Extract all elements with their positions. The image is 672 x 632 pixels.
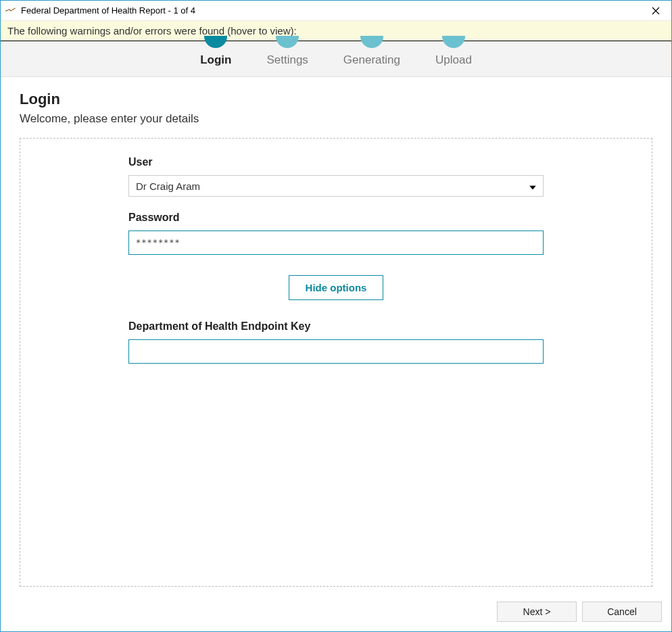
stepper-wrap: Login Settings Generating Upload — [1, 41, 671, 77]
hide-options-button[interactable]: Hide options — [289, 275, 384, 300]
endpoint-label: Department of Health Endpoint Key — [128, 320, 544, 333]
page-subtitle: Welcome, please enter your details — [20, 112, 652, 126]
password-label: Password — [128, 212, 544, 224]
step-circle — [276, 36, 299, 48]
warning-text: The following warnings and/or errors wer… — [7, 25, 297, 37]
user-label: User — [128, 156, 544, 168]
close-button[interactable] — [640, 1, 671, 21]
form-panel: User Dr Craig Aram Password Hide options… — [20, 138, 652, 587]
step-settings[interactable]: Settings — [266, 36, 308, 67]
step-label: Settings — [266, 53, 308, 67]
content: Login Welcome, please enter your details… — [1, 77, 671, 593]
step-circle — [442, 36, 465, 48]
step-upload[interactable]: Upload — [435, 36, 472, 67]
app-icon — [5, 5, 17, 17]
step-label: Upload — [435, 53, 472, 67]
page-title: Login — [20, 91, 652, 108]
endpoint-input[interactable] — [128, 339, 544, 364]
stepper: Login Settings Generating Upload — [1, 36, 671, 67]
user-field-group: User Dr Craig Aram — [128, 156, 544, 197]
step-generating[interactable]: Generating — [343, 36, 400, 67]
step-login[interactable]: Login — [200, 36, 231, 67]
step-label: Login — [200, 53, 231, 67]
step-circle — [360, 36, 383, 48]
next-button[interactable]: Next > — [497, 602, 577, 622]
window-title: Federal Department of Health Report - 1 … — [21, 5, 195, 16]
footer: Next > Cancel — [1, 593, 671, 631]
step-circle — [204, 36, 227, 48]
step-label: Generating — [343, 53, 400, 67]
password-input[interactable] — [128, 230, 544, 255]
password-field-group: Password — [128, 212, 544, 255]
user-select[interactable]: Dr Craig Aram — [128, 175, 544, 197]
title-bar: Federal Department of Health Report - 1 … — [1, 1, 671, 21]
cancel-button[interactable]: Cancel — [582, 602, 662, 622]
toggle-wrap: Hide options — [128, 275, 544, 300]
endpoint-field-group: Department of Health Endpoint Key — [128, 320, 544, 364]
chevron-down-icon — [529, 180, 536, 192]
svg-point-0 — [5, 10, 7, 11]
close-icon — [652, 7, 660, 15]
user-select-value: Dr Craig Aram — [136, 180, 200, 192]
